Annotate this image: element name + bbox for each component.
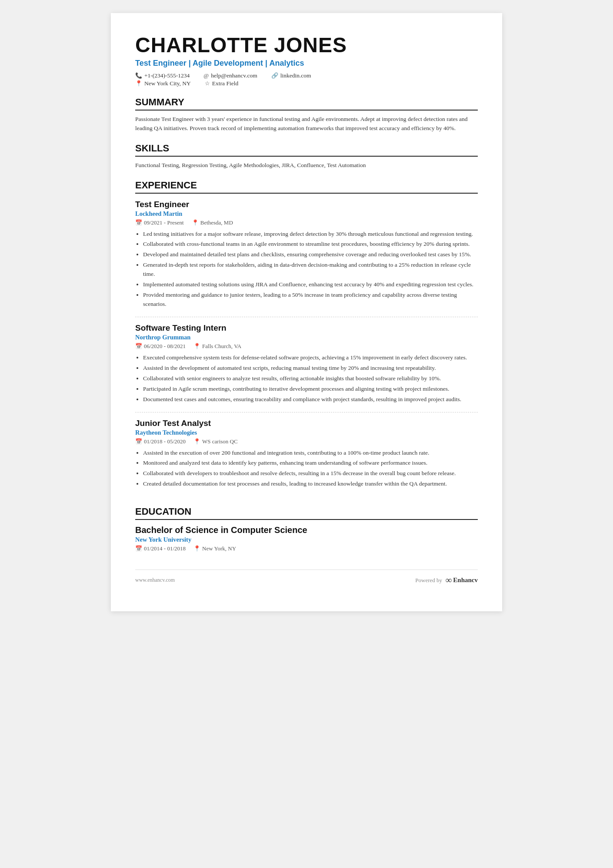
brand-name: Enhancv: [453, 576, 478, 584]
bullet-3-1: Assisted in the execution of over 200 fu…: [143, 449, 478, 458]
edu-block: Bachelor of Science in Computer Science …: [135, 525, 478, 552]
bullet-2-3: Collaborated with senior engineers to an…: [143, 374, 478, 383]
summary-section: SUMMARY Passionate Test Engineer with 3 …: [135, 97, 478, 133]
star-icon: ☆: [205, 80, 210, 87]
bullet-2-2: Assisted in the development of automated…: [143, 364, 478, 373]
location-icon-1: 📍: [192, 219, 199, 226]
bullet-2-1: Executed comprehensive system tests for …: [143, 353, 478, 362]
job-dates-2: 📅 06/2020 - 08/2021: [135, 343, 186, 350]
email-address: help@enhancv.com: [211, 72, 257, 79]
calendar-icon-3: 📅: [135, 438, 142, 445]
candidate-name: CHARLOTTE JONES: [135, 34, 478, 57]
bullet-1-4: Generated in-depth test reports for stak…: [143, 261, 478, 279]
bullet-1-6: Provided mentoring and guidance to junio…: [143, 291, 478, 309]
bullet-3-2: Monitored and analyzed test data to iden…: [143, 459, 478, 468]
job-title-1: Test Engineer: [135, 200, 478, 209]
linkedin-icon: 🔗: [271, 72, 278, 79]
email-contact: @ help@enhancv.com: [203, 72, 257, 79]
resume-container: CHARLOTTE JONES Test Engineer | Agile De…: [111, 13, 502, 611]
job-location-1: 📍 Bethesda, MD: [192, 219, 233, 226]
bullet-2-5: Documented test cases and outcomes, ensu…: [143, 395, 478, 404]
location-icon-3: 📍: [193, 438, 200, 445]
job-meta-3: 📅 01/2018 - 05/2020 📍 WS carison QC: [135, 438, 478, 445]
bullet-2-4: Participated in Agile scrum meetings, co…: [143, 385, 478, 394]
summary-title: SUMMARY: [135, 97, 478, 111]
job-bullets-3: Assisted in the execution of over 200 fu…: [135, 449, 478, 489]
skills-section: SKILLS Functional Testing, Regression Te…: [135, 143, 478, 170]
location-icon-edu: 📍: [193, 545, 200, 552]
company-name-1: Lockheed Martin: [135, 210, 478, 218]
job-block-2: Software Testing Intern Northrop Grumman…: [135, 323, 478, 412]
location-icon-2: 📍: [193, 343, 200, 350]
edu-dates: 📅 01/2014 - 01/2018: [135, 545, 186, 552]
education-section: EDUCATION Bachelor of Science in Compute…: [135, 506, 478, 552]
skills-title: SKILLS: [135, 143, 478, 157]
location-text: New York City, NY: [144, 80, 191, 87]
experience-section: EXPERIENCE Test Engineer Lockheed Martin…: [135, 180, 478, 497]
linkedin-url: linkedin.com: [280, 72, 311, 79]
job-block-1: Test Engineer Lockheed Martin 📅 09/2021 …: [135, 200, 478, 317]
phone-contact: 📞 +1-(234)-555-1234: [135, 72, 190, 79]
edu-location: 📍 New York, NY: [193, 545, 236, 552]
job-meta-2: 📅 06/2020 - 08/2021 📍 Falls Church, VA: [135, 343, 478, 350]
email-icon: @: [203, 72, 209, 79]
job-bullets-1: Led testing initiatives for a major soft…: [135, 230, 478, 309]
contact-row-1: 📞 +1-(234)-555-1234 @ help@enhancv.com 🔗…: [135, 72, 478, 79]
calendar-icon-1: 📅: [135, 219, 142, 226]
header: CHARLOTTE JONES Test Engineer | Agile De…: [135, 34, 478, 87]
job-dates-3: 📅 01/2018 - 05/2020: [135, 438, 186, 445]
calendar-icon-2: 📅: [135, 343, 142, 350]
location-icon: 📍: [135, 80, 142, 87]
bullet-1-2: Collaborated with cross-functional teams…: [143, 240, 478, 249]
job-meta-1: 📅 09/2021 - Present 📍 Bethesda, MD: [135, 219, 478, 226]
candidate-title: Test Engineer | Agile Development | Anal…: [135, 59, 478, 68]
enhancv-logo: ∞ Enhancv: [446, 575, 478, 585]
footer-website: www.enhancv.com: [135, 577, 175, 583]
logo-icon: ∞: [446, 575, 451, 585]
education-title: EDUCATION: [135, 506, 478, 520]
linkedin-contact[interactable]: 🔗 linkedin.com: [271, 72, 311, 79]
job-dates-1: 📅 09/2021 - Present: [135, 219, 184, 226]
job-bullets-2: Executed comprehensive system tests for …: [135, 353, 478, 404]
contact-row-2: 📍 New York City, NY ☆ Extra Field: [135, 80, 478, 87]
bullet-1-3: Developed and maintained detailed test p…: [143, 250, 478, 259]
job-location-3: 📍 WS carison QC: [193, 438, 238, 445]
phone-icon: 📞: [135, 72, 142, 79]
company-name-3: Raytheon Technologies: [135, 429, 478, 436]
bullet-1-5: Implemented automated testing solutions …: [143, 280, 478, 289]
edu-school: New York University: [135, 536, 478, 543]
extra-field: Extra Field: [212, 80, 238, 87]
job-title-2: Software Testing Intern: [135, 323, 478, 333]
phone-number: +1-(234)-555-1234: [144, 72, 190, 79]
footer-brand: Powered by ∞ Enhancv: [415, 575, 478, 585]
job-block-3: Junior Test Analyst Raytheon Technologie…: [135, 419, 478, 497]
powered-by-text: Powered by: [415, 577, 442, 584]
job-location-2: 📍 Falls Church, VA: [193, 343, 241, 350]
skills-text: Functional Testing, Regression Testing, …: [135, 161, 478, 170]
bullet-3-3: Collaborated with developers to troubles…: [143, 469, 478, 478]
bullet-3-4: Created detailed documentation for test …: [143, 479, 478, 489]
summary-text: Passionate Test Engineer with 3 years' e…: [135, 115, 478, 133]
page-footer: www.enhancv.com Powered by ∞ Enhancv: [135, 570, 478, 585]
location-contact: 📍 New York City, NY: [135, 80, 191, 87]
bullet-1-1: Led testing initiatives for a major soft…: [143, 230, 478, 239]
edu-degree: Bachelor of Science in Computer Science: [135, 525, 478, 535]
experience-title: EXPERIENCE: [135, 180, 478, 194]
company-name-2: Northrop Grumman: [135, 334, 478, 341]
calendar-icon-edu: 📅: [135, 545, 142, 552]
job-title-3: Junior Test Analyst: [135, 419, 478, 428]
extra-contact: ☆ Extra Field: [205, 80, 238, 87]
edu-meta: 📅 01/2014 - 01/2018 📍 New York, NY: [135, 545, 478, 552]
